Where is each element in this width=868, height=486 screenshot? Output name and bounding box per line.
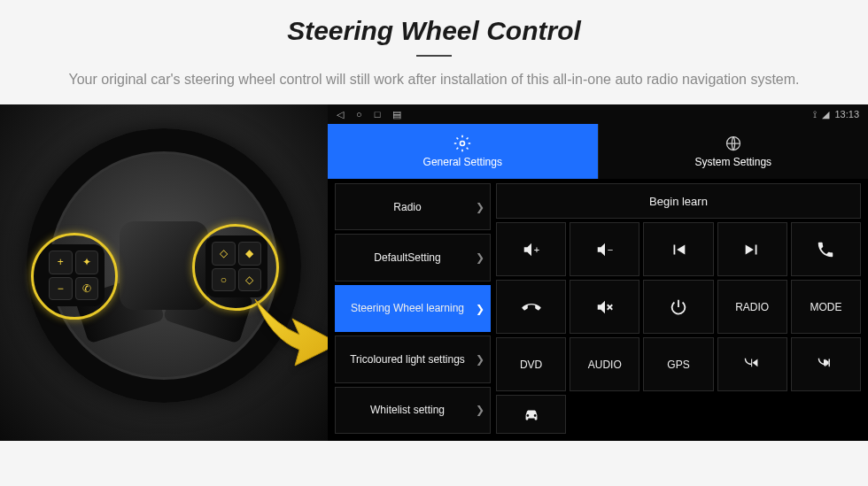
- chevron-right-icon: ❯: [476, 251, 484, 264]
- sidebar-item-label: DefaultSetting: [374, 251, 440, 264]
- mute-button[interactable]: [570, 280, 639, 334]
- svg-text:−: −: [608, 243, 613, 254]
- steering-wheel-photo: + ✦ − ✆ ◇ ◆ ○ ◇: [0, 104, 328, 441]
- sidebar-item-radio[interactable]: Radio❯: [335, 183, 491, 230]
- prev-track-button[interactable]: [643, 222, 713, 276]
- wifi-icon: ◢: [822, 109, 829, 120]
- settings-sidebar: Radio❯ DefaultSetting❯ Steering Wheel le…: [335, 183, 491, 434]
- recent-icon[interactable]: □: [375, 109, 381, 120]
- car-icon: [522, 405, 541, 424]
- phone-next-button[interactable]: [791, 337, 861, 391]
- head-unit-screen: ◁ ○ □ ▤ ⟟ ◢ 13:13 General Settings Syste…: [328, 104, 868, 441]
- android-statusbar: ◁ ○ □ ▤ ⟟ ◢ 13:13: [328, 104, 868, 124]
- phone-hangup-button[interactable]: [496, 280, 566, 334]
- home-icon[interactable]: ○: [356, 109, 362, 120]
- sidebar-item-label: Whitelist setting: [370, 404, 445, 416]
- power-button[interactable]: [643, 280, 713, 334]
- volume-down-icon: −: [595, 240, 615, 259]
- radio-button[interactable]: RADIO: [717, 280, 787, 334]
- begin-learn-button[interactable]: Begin learn: [496, 183, 861, 219]
- sidebar-item-label: Radio: [393, 201, 421, 213]
- chevron-right-icon: ❯: [476, 353, 484, 366]
- svg-point-0: [461, 142, 465, 146]
- sidebar-item-label: Steering Wheel learning: [351, 302, 464, 314]
- title-divider: [416, 55, 452, 57]
- next-track-button[interactable]: [717, 222, 787, 276]
- page-subtitle: Your original car's steering wheel contr…: [35, 69, 833, 90]
- chevron-right-icon: ❯: [476, 302, 484, 314]
- globe-icon: [725, 135, 742, 152]
- car-button[interactable]: [496, 395, 566, 434]
- volume-up-icon: +: [522, 240, 541, 259]
- prev-icon: [669, 240, 688, 259]
- gps-button[interactable]: GPS: [643, 337, 713, 391]
- mode-button[interactable]: MODE: [791, 280, 861, 334]
- chevron-right-icon: ❯: [476, 201, 484, 213]
- sidebar-item-steering-wheel[interactable]: Steering Wheel learning❯: [335, 285, 491, 332]
- power-icon: [669, 297, 688, 317]
- tab-general-settings[interactable]: General Settings: [328, 124, 598, 179]
- volume-up-button[interactable]: +: [496, 222, 566, 276]
- dvd-button[interactable]: DVD: [496, 337, 566, 391]
- back-icon[interactable]: ◁: [337, 109, 344, 120]
- tab-label: General Settings: [423, 156, 502, 168]
- phone-icon: [816, 240, 835, 259]
- sd-icon: ▤: [392, 109, 401, 120]
- phone-prev-button[interactable]: [717, 337, 787, 391]
- audio-button[interactable]: AUDIO: [570, 337, 639, 391]
- gps-icon: ⟟: [813, 109, 817, 120]
- mute-icon: [595, 297, 615, 317]
- highlight-circle-left: [31, 233, 118, 320]
- next-icon: [742, 240, 762, 259]
- hangup-icon: [522, 297, 541, 317]
- sidebar-item-whitelist[interactable]: Whitelist setting❯: [335, 387, 491, 434]
- phone-prev-icon: [742, 355, 762, 374]
- tab-label: System Settings: [694, 156, 771, 168]
- phone-answer-button[interactable]: [791, 222, 861, 276]
- clock: 13:13: [834, 109, 859, 120]
- gear-icon: [453, 135, 471, 152]
- sidebar-item-tricoloured[interactable]: Tricoloured light settings❯: [335, 336, 491, 382]
- tab-system-settings[interactable]: System Settings: [598, 124, 869, 179]
- svg-text:+: +: [533, 243, 539, 254]
- page-title: Steering Wheel Control: [35, 16, 833, 46]
- sidebar-item-label: Tricoloured light settings: [350, 353, 465, 366]
- sidebar-item-default[interactable]: DefaultSetting❯: [335, 234, 491, 281]
- chevron-right-icon: ❯: [476, 404, 484, 416]
- volume-down-button[interactable]: −: [570, 222, 639, 276]
- phone-next-icon: [816, 355, 835, 374]
- pointer-arrow: [246, 282, 328, 374]
